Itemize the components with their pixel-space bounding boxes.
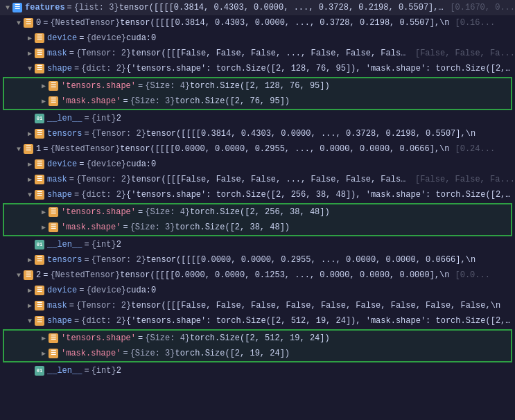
- type-label: {device}: [86, 286, 126, 295]
- expand-arrow[interactable]: [39, 208, 49, 216]
- tree-row[interactable]: ☰'tensors.shape' = {Size: 4} torch.Size(…: [4, 331, 511, 346]
- var-name: shape: [47, 316, 72, 326]
- dict-icon: ☰: [24, 18, 33, 28]
- tree-row[interactable]: ☰1 = {NestedTensor} tensor([[[[0.0000, 0…: [0, 141, 515, 157]
- value-text: tensor([[[[0.3814, 0.4303, 0.0000, ..., …: [119, 3, 445, 12]
- tree-row[interactable]: ☰device = {device} cuda:0: [0, 283, 515, 298]
- expand-arrow[interactable]: [39, 334, 49, 342]
- expand-arrow[interactable]: [3, 4, 12, 12]
- tree-row[interactable]: ☰'tensors.shape' = {Size: 4} torch.Size(…: [4, 204, 511, 220]
- var-name: tensors: [47, 129, 82, 139]
- equals-sign: =: [43, 144, 48, 154]
- equals-sign: =: [123, 96, 128, 106]
- expand-arrow[interactable]: [25, 256, 35, 264]
- dict-icon: ☰: [35, 64, 44, 73]
- debugger-container: ☰features = {list: 3} tensor([[[[0.3814,…: [0, 0, 515, 420]
- tree-row[interactable]: ☰features = {list: 3} tensor([[[[0.3814,…: [0, 0, 515, 15]
- equals-sign: =: [138, 81, 143, 91]
- value-text: torch.Size([2, 38, 48]): [175, 222, 290, 232]
- value-text: torch.Size([2, 512, 19, 24]): [190, 333, 330, 343]
- type-label: {NestedTensor}: [50, 144, 120, 154]
- type-label: {Tensor: 2}: [91, 255, 146, 265]
- expand-arrow[interactable]: [25, 34, 35, 42]
- tree-row[interactable]: ☰tensors = {Tensor: 2} tensor([[[[0.3814…: [0, 126, 515, 141]
- expand-arrow[interactable]: [25, 301, 35, 310]
- equals-sign: =: [123, 222, 128, 232]
- tree-row[interactable]: ☰device = {device} cuda:0: [0, 30, 515, 46]
- tree-row[interactable]: ☰mask = {Tensor: 2} tensor([[[False, Fal…: [0, 46, 515, 61]
- tree-row[interactable]: 01__len__ = {int} 2: [0, 237, 515, 252]
- indent-spacer: [3, 190, 25, 200]
- indent-spacer: [6, 207, 39, 217]
- type-label: {NestedTensor}: [50, 18, 120, 28]
- equals-sign: =: [74, 190, 79, 200]
- expand-arrow[interactable]: [14, 272, 24, 279]
- expand-arrow[interactable]: [25, 286, 35, 295]
- expand-arrow[interactable]: [25, 49, 35, 58]
- indent-spacer: [6, 222, 39, 232]
- expand-arrow[interactable]: [39, 97, 49, 105]
- indent-spacer: [3, 129, 25, 139]
- green-box-group: ☰'tensors.shape' = {Size: 4} torch.Size(…: [3, 77, 512, 110]
- var-name: tensors: [47, 255, 82, 265]
- tree-row[interactable]: ☰'mask.shape' = {Size: 3} torch.Size([2,…: [4, 94, 511, 109]
- var-name: mask: [47, 49, 67, 58]
- tree-row[interactable]: ☰tensors = {Tensor: 2} tensor([[[[0.0000…: [0, 252, 515, 268]
- value-text: tensor([[[[0.0000, 0.0000, 0.1253, ..., …: [120, 270, 449, 280]
- var-name: 'tensors.shape': [61, 207, 136, 217]
- dict-icon: ☰: [35, 159, 44, 169]
- expand-arrow[interactable]: [25, 130, 35, 138]
- var-name: __len__: [47, 240, 82, 250]
- tree-row[interactable]: ☰shape = {dict: 2} {'tensors.shape': tor…: [0, 187, 515, 202]
- int-icon: 01: [35, 240, 44, 250]
- dict-icon: ☰: [35, 316, 44, 326]
- indent-spacer: [3, 316, 25, 326]
- tree-row[interactable]: ☰'tensors.shape' = {Size: 4} torch.Size(…: [4, 78, 511, 94]
- expand-arrow[interactable]: [25, 317, 35, 325]
- green-box-group: ☰'tensors.shape' = {Size: 4} torch.Size(…: [3, 203, 512, 236]
- var-name: 2: [36, 270, 41, 280]
- tree-row[interactable]: ☰shape = {dict: 2} {'tensors.shape': tor…: [0, 61, 515, 76]
- var-name: 'mask.shape': [61, 222, 121, 232]
- expand-arrow[interactable]: [39, 82, 49, 90]
- equals-sign: =: [69, 49, 74, 58]
- equals-sign: =: [74, 316, 79, 326]
- right-value: [0.24...: [455, 144, 496, 154]
- var-name: __len__: [47, 366, 82, 376]
- var-name: features: [25, 3, 65, 12]
- value-text: {'tensors.shape': torch.Size([2, 128, 76…: [126, 64, 515, 73]
- tree-row[interactable]: 01__len__ = {int} 2: [0, 363, 515, 378]
- equals-sign: =: [84, 366, 89, 376]
- expand-arrow[interactable]: [39, 349, 49, 358]
- tree-row[interactable]: ☰'mask.shape' = {Size: 3} torch.Size([2,…: [4, 346, 511, 361]
- tree-row[interactable]: ☰2 = {NestedTensor} tensor([[[[0.0000, 0…: [0, 268, 515, 283]
- var-name: mask: [47, 301, 67, 310]
- indent-spacer: [3, 255, 25, 265]
- tree-row[interactable]: 01__len__ = {int} 2: [0, 111, 515, 126]
- indent-spacer: [3, 175, 25, 184]
- tree-row[interactable]: ☰mask = {Tensor: 2} tensor([[[False, Fal…: [0, 172, 515, 187]
- expand-arrow[interactable]: [39, 223, 49, 231]
- indent-spacer: [3, 286, 25, 295]
- expand-arrow[interactable]: [14, 19, 24, 27]
- value-text: torch.Size([2, 256, 38, 48]): [190, 207, 330, 217]
- value-text: 2: [116, 366, 121, 376]
- dict-icon: ☰: [35, 175, 44, 184]
- tree-row[interactable]: ☰'mask.shape' = {Size: 3} torch.Size([2,…: [4, 220, 511, 235]
- expand-arrow[interactable]: [25, 175, 35, 184]
- green-box-group: ☰'tensors.shape' = {Size: 4} torch.Size(…: [3, 329, 512, 362]
- equals-sign: =: [43, 270, 48, 280]
- expand-arrow[interactable]: [25, 191, 35, 199]
- tree-row[interactable]: ☰device = {device} cuda:0: [0, 157, 515, 172]
- type-label: {dict: 2}: [81, 64, 126, 73]
- tree-row[interactable]: ☰0 = {NestedTensor} tensor([[[[0.3814, 0…: [0, 15, 515, 30]
- indent-spacer: [3, 33, 25, 43]
- expand-arrow[interactable]: [14, 146, 24, 153]
- expand-arrow[interactable]: [25, 160, 35, 168]
- tree-row[interactable]: ☰mask = {Tensor: 2} tensor([[[False, Fal…: [0, 298, 515, 313]
- list-icon: ☰: [12, 3, 22, 12]
- tree-row[interactable]: ☰shape = {dict: 2} {'tensors.shape': tor…: [0, 313, 515, 329]
- equals-sign: =: [79, 286, 84, 295]
- expand-arrow[interactable]: [25, 65, 35, 73]
- var-name: mask: [47, 175, 67, 184]
